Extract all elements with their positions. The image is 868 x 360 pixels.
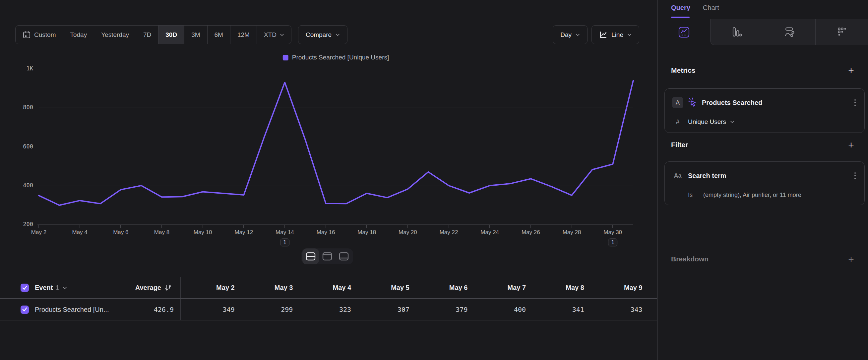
- x-tick-label: May 18: [347, 229, 386, 236]
- filter-condition[interactable]: Is (empty string), Air purifier, or 11 m…: [672, 190, 801, 200]
- chevron-down-icon: [730, 120, 734, 123]
- sort-descending-icon[interactable]: [164, 284, 172, 292]
- x-axis-line: [37, 224, 633, 225]
- y-gridline: [39, 108, 633, 108]
- metric-card[interactable]: A Products Searched # Unique Users: [664, 88, 865, 133]
- x-tick-mark: [366, 225, 367, 228]
- x-tick-mark: [80, 225, 80, 228]
- x-tick-mark: [407, 225, 408, 228]
- table-column-header[interactable]: May 7: [472, 277, 530, 298]
- x-tick-label: May 30: [593, 229, 632, 236]
- add-metric-button[interactable]: +: [846, 66, 856, 76]
- breakdown-heading: Breakdown: [671, 255, 709, 263]
- x-tick-mark: [203, 225, 203, 228]
- table-value-cell: 343: [589, 299, 647, 320]
- table-value-cell: 307: [356, 299, 414, 320]
- metrics-heading: Metrics: [671, 66, 695, 74]
- y-gridline: [39, 186, 633, 186]
- table-value-cell: 323: [298, 299, 356, 320]
- chart-line: [0, 0, 657, 266]
- y-gridline: [39, 147, 633, 147]
- table-column-header[interactable]: May 9: [589, 277, 647, 298]
- table-value-cell: 379: [414, 299, 472, 320]
- select-all-checkbox[interactable]: [21, 284, 29, 292]
- check-icon: [22, 286, 27, 290]
- tab-funnels-bar-chart[interactable]: [710, 19, 763, 45]
- kebab-menu-icon[interactable]: [852, 99, 858, 107]
- table-column-header[interactable]: May 2: [181, 277, 239, 298]
- tab-flows[interactable]: [763, 19, 816, 45]
- average-column-label: Average: [135, 284, 161, 292]
- tab-chart[interactable]: Chart: [703, 4, 719, 11]
- add-breakdown-button[interactable]: +: [846, 254, 856, 265]
- x-tick-label: May 12: [224, 229, 264, 236]
- x-tick-label: May 16: [306, 229, 346, 236]
- results-table: Event 1 Average May 2May 3May 4May 5May …: [0, 277, 657, 321]
- funnels-bar-chart-icon: [731, 26, 743, 38]
- table-value-cell: 341: [530, 299, 589, 320]
- query-sidebar: Query Chart: [657, 0, 868, 360]
- x-tick-label: May 24: [470, 229, 509, 236]
- split-view-icon: [306, 252, 316, 261]
- retention-grid-icon: [836, 26, 848, 38]
- annotation-line: [285, 41, 285, 225]
- filter-operator: Is: [688, 192, 692, 199]
- x-tick-label: May 10: [183, 229, 223, 236]
- table-column-header[interactable]: May 3: [239, 277, 298, 298]
- x-tick-mark: [161, 225, 162, 228]
- annotation-badge[interactable]: 1: [608, 239, 617, 246]
- table-column-header[interactable]: May 4: [298, 277, 356, 298]
- y-tick-label: 400: [7, 182, 33, 189]
- annotation-badge[interactable]: 1: [280, 239, 289, 246]
- event-count: 1: [55, 284, 59, 292]
- row-label: Products Searched [Un...: [35, 306, 109, 313]
- metric-aggregation-selector[interactable]: # Unique Users: [672, 117, 734, 127]
- report-type-tabs: [658, 19, 868, 45]
- row-average-value: 426.9: [154, 306, 180, 313]
- tab-retention-grid[interactable]: [815, 19, 868, 45]
- chevron-down-icon[interactable]: [63, 286, 67, 289]
- chart-only-view-button[interactable]: [319, 248, 336, 265]
- metric-name: Products Searched: [702, 99, 762, 107]
- x-tick-label: May 20: [388, 229, 428, 236]
- x-tick-label: May 8: [142, 229, 182, 236]
- check-icon: [22, 307, 27, 311]
- table-header-row: Event 1 Average May 2May 3May 4May 5May …: [0, 277, 657, 299]
- table-column-header[interactable]: May 5: [356, 277, 414, 298]
- x-tick-label: May 14: [265, 229, 305, 236]
- kebab-menu-icon[interactable]: [852, 172, 858, 180]
- sidebar-tabs: Query Chart: [671, 4, 719, 11]
- x-tick-mark: [284, 225, 285, 228]
- metric-card-header: A Products Searched: [672, 96, 858, 109]
- add-filter-button[interactable]: +: [846, 140, 856, 150]
- y-tick-label: 600: [7, 143, 33, 150]
- chart: 1K800600400200May 2May 4May 6May 8May 10…: [0, 0, 657, 266]
- table-column-header[interactable]: May 6: [414, 277, 472, 298]
- row-checkbox[interactable]: [21, 306, 29, 314]
- split-view-button[interactable]: [302, 248, 319, 265]
- string-type-icon: Aa: [672, 172, 683, 179]
- main-panel: Custom Today Yesterday 7D 30D 3M 6M 12M …: [0, 0, 657, 360]
- filter-card[interactable]: Aa Search term Is (empty string), Air pu…: [664, 161, 865, 205]
- flows-icon: [783, 26, 795, 38]
- x-tick-mark: [120, 225, 121, 228]
- x-tick-label: May 6: [101, 229, 141, 236]
- tab-query[interactable]: Query: [671, 4, 690, 11]
- tab-insights-line-chart[interactable]: [658, 19, 710, 45]
- annotation-line: [613, 41, 613, 225]
- table-column-header[interactable]: May 8: [530, 277, 589, 298]
- aggregation-label: Unique Users: [688, 118, 726, 126]
- metric-series-badge: A: [672, 97, 683, 108]
- y-gridline: [39, 69, 633, 69]
- y-tick-label: 800: [7, 104, 33, 111]
- x-tick-label: May 26: [511, 229, 551, 236]
- table-row[interactable]: Products Searched [Un... 426.9 349299323…: [0, 299, 657, 321]
- x-tick-label: May 28: [552, 229, 592, 236]
- active-tab-underline: [671, 17, 690, 18]
- x-tick-mark: [612, 225, 613, 228]
- view-toggle: [301, 248, 353, 265]
- x-tick-mark: [571, 225, 572, 228]
- table-value-cell: 299: [239, 299, 298, 320]
- table-only-view-button[interactable]: [336, 248, 352, 265]
- filter-property-name: Search term: [688, 172, 726, 180]
